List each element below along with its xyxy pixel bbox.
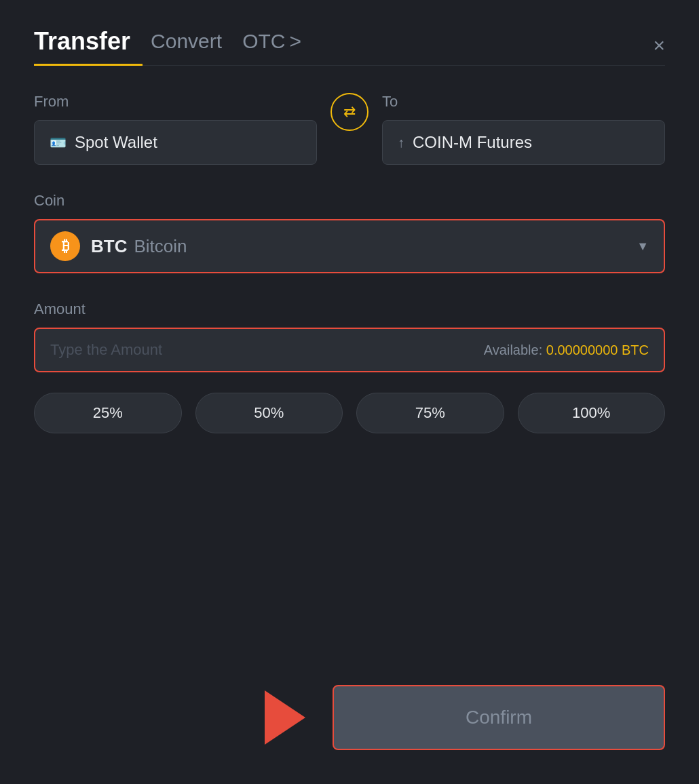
active-tab-indicator: [34, 64, 143, 66]
to-field: To ↑ COIN-M Futures: [382, 93, 665, 165]
btc-icon: ₿: [50, 231, 80, 261]
futures-icon: ↑: [398, 135, 404, 151]
tab-transfer[interactable]: Transfer: [34, 27, 130, 64]
from-wallet-name: Spot Wallet: [75, 133, 157, 152]
header: Transfer Convert OTC > ×: [34, 27, 665, 64]
pct-50-button[interactable]: 50%: [195, 393, 343, 433]
coin-selector[interactable]: ₿ BTC Bitcoin ▼: [34, 219, 665, 273]
percentage-row: 25% 50% 75% 100%: [34, 393, 665, 433]
wallet-card-icon: 🪪: [50, 134, 67, 151]
bottom-area: Confirm: [34, 658, 665, 750]
to-label: To: [382, 93, 665, 111]
coin-label: Coin: [34, 192, 665, 210]
available-text: Available: 0.00000000 BTC: [484, 342, 649, 358]
arrow-wrapper: [34, 690, 312, 745]
coin-full-name: Bitcoin: [134, 236, 187, 257]
confirm-button[interactable]: Confirm: [333, 685, 665, 750]
swap-icon: ⇄: [343, 103, 356, 121]
coin-symbol: BTC: [91, 236, 127, 257]
amount-input[interactable]: Type the Amount: [50, 341, 484, 359]
pct-25-button[interactable]: 25%: [34, 393, 182, 433]
tab-divider: [34, 65, 665, 66]
tab-otc[interactable]: OTC >: [242, 30, 301, 61]
pct-100-button[interactable]: 100%: [518, 393, 666, 433]
swap-button[interactable]: ⇄: [330, 93, 369, 131]
from-wallet-selector[interactable]: 🪪 Spot Wallet: [34, 120, 317, 165]
from-to-section: From 🪪 Spot Wallet ⇄ To ↑ COIN-M Futures: [34, 93, 665, 165]
amount-field-wrapper: Type the Amount Available: 0.00000000 BT…: [34, 328, 665, 372]
available-amount: 0.00000000 BTC: [546, 342, 649, 357]
transfer-modal: Transfer Convert OTC > × From 🪪 Spot Wal…: [0, 0, 699, 784]
from-label: From: [34, 93, 317, 111]
from-field: From 🪪 Spot Wallet: [34, 93, 317, 165]
chevron-down-icon: ▼: [637, 239, 649, 254]
amount-label: Amount: [34, 300, 665, 318]
swap-button-wrapper: ⇄: [317, 93, 382, 136]
to-wallet-selector[interactable]: ↑ COIN-M Futures: [382, 120, 665, 165]
tab-convert[interactable]: Convert: [151, 30, 222, 61]
close-button[interactable]: ×: [653, 35, 665, 56]
pct-75-button[interactable]: 75%: [356, 393, 504, 433]
red-arrow-icon: [265, 690, 305, 745]
to-wallet-name: COIN-M Futures: [413, 133, 532, 152]
